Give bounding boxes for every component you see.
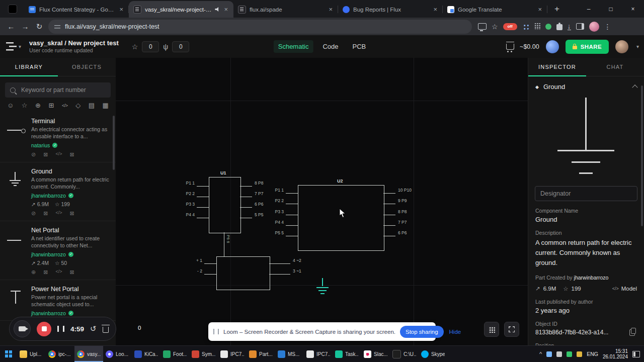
browser-app-icon[interactable] — [8, 5, 17, 14]
taskbar-item-part[interactable]: Part... — [247, 346, 275, 362]
profile-icon[interactable]: ☺ — [7, 102, 14, 109]
tab-google-translate[interactable]: Google Translate × — [443, 1, 547, 18]
taskbar-clock[interactable]: 15:31 26.01.2024 — [603, 348, 628, 360]
fullscreen-button[interactable] — [504, 322, 519, 337]
collaborator-avatar[interactable] — [546, 40, 559, 53]
tray-expand-icon[interactable]: ^ — [539, 351, 542, 357]
taskbar-item-kicad[interactable]: KiCa... — [132, 346, 160, 362]
search-input[interactable] — [20, 86, 106, 94]
taskbar-item-slack[interactable]: Slac... — [361, 346, 390, 362]
tray-app-icon[interactable] — [556, 351, 562, 357]
tray-app-icon[interactable] — [577, 351, 582, 357]
ground-symbol[interactable] — [322, 278, 323, 286]
part-author[interactable]: jharwinbarrozo — [31, 310, 66, 316]
component-u1[interactable] — [209, 177, 241, 233]
tab-library[interactable]: LIBRARY — [0, 58, 58, 76]
forward-button[interactable]: → — [18, 20, 32, 34]
language-label[interactable]: ENG — [587, 351, 598, 357]
site-settings-icon[interactable] — [54, 24, 60, 29]
stop-sharing-button[interactable]: Stop sharing — [400, 326, 444, 338]
selected-part-header[interactable]: ◆ Ground — [528, 76, 644, 95]
modules-icon[interactable]: ⊞ — [49, 102, 54, 109]
taskbar-item-terminal[interactable]: C:\U... — [390, 346, 419, 362]
side-panel-icon[interactable] — [576, 23, 584, 30]
profile-avatar[interactable] — [589, 22, 599, 32]
tray-app-icon[interactable] — [546, 351, 552, 357]
new-tab-button[interactable]: + — [550, 3, 564, 16]
collapse-chevron-icon[interactable] — [632, 84, 637, 90]
taskbar-item-vasy[interactable]: vasy... — [74, 346, 103, 362]
workspace-caret-icon[interactable]: ▾ — [19, 44, 21, 49]
start-button[interactable] — [0, 346, 17, 362]
tab-schematic[interactable]: Schematic — [274, 40, 313, 53]
tab-close-icon[interactable]: × — [223, 6, 229, 13]
notification-center-icon[interactable] — [632, 351, 640, 357]
favorites-star-icon[interactable]: ☆ — [22, 102, 28, 109]
community-icon[interactable]: ⊕ — [35, 102, 41, 109]
window-close-button[interactable]: × — [622, 0, 644, 18]
library-item-power-net-portal[interactable]: Power Net Portal Power net portal is a s… — [0, 280, 116, 321]
cart-icon[interactable] — [506, 44, 514, 50]
extension-off-badge[interactable]: off — [503, 23, 517, 30]
taskbar-item-loom[interactable]: Loo... — [103, 346, 132, 362]
tab-close-icon[interactable]: × — [328, 6, 334, 13]
stop-record-button[interactable] — [37, 322, 51, 336]
tab-close-icon[interactable]: × — [118, 6, 124, 13]
library-item-ground[interactable]: Ground A common return path for electric… — [0, 162, 116, 221]
taskbar-item-ipc7-doc-2[interactable]: IPC7... — [304, 346, 333, 362]
taskbar-item-skype[interactable]: Skype — [419, 346, 447, 362]
package-icon[interactable]: ◇ — [75, 102, 80, 109]
share-button[interactable]: SHARE — [566, 40, 609, 54]
camera-button[interactable] — [14, 320, 31, 337]
taskbar-item-footprint[interactable]: Foot... — [160, 346, 189, 362]
inspector-scrollbar[interactable] — [641, 85, 643, 226]
extension-grid-icon[interactable] — [522, 23, 529, 30]
code-icon[interactable]: </> — [62, 103, 68, 108]
refresh-button[interactable]: ↻ — [32, 20, 46, 34]
extensions-puzzle-icon[interactable] — [556, 24, 562, 30]
pause-button[interactable] — [57, 326, 64, 332]
fork-count[interactable]: 0 — [172, 41, 189, 52]
library-item-terminal[interactable]: Terminal An electrical connector acting … — [0, 112, 116, 162]
tab-flux-content-strategy[interactable]: Flux Content Strategy - Google... × — [24, 1, 129, 18]
part-author[interactable]: jharwinbarrozo — [31, 193, 66, 199]
delete-recording-button[interactable] — [103, 327, 109, 333]
part-author[interactable]: natarius — [31, 142, 50, 148]
templates-icon[interactable]: ▤ — [89, 102, 95, 109]
library-item-net-portal[interactable]: Net Portal A net identifier used to crea… — [0, 221, 116, 280]
copy-icon[interactable] — [629, 329, 635, 336]
address-bar[interactable]: flux.ai/vasy_skral/new-project-test — [48, 20, 472, 34]
star-icon[interactable]: ☆ — [132, 43, 138, 51]
library-scrollbar[interactable] — [113, 116, 115, 170]
maximize-button[interactable]: □ — [600, 0, 622, 18]
designator-input[interactable] — [535, 186, 637, 201]
user-avatar[interactable] — [615, 40, 628, 53]
tab-close-icon[interactable]: × — [432, 6, 438, 13]
fork-icon[interactable]: ψ — [163, 43, 168, 51]
taskbar-item-task[interactable]: Task... — [333, 346, 361, 362]
hide-banner-link[interactable]: Hide — [449, 329, 461, 335]
tab-flux-project[interactable]: vasy_skral/new-project-test × — [129, 1, 233, 18]
star-count[interactable]: 0 — [142, 41, 159, 52]
taskbar-item-uploads[interactable]: Upl... — [17, 346, 46, 362]
user-caret-icon[interactable]: ▾ — [636, 44, 639, 49]
tab-inspector[interactable]: INSPECTOR — [528, 58, 586, 76]
tab-flux-spade[interactable]: flux.ai/spade × — [233, 1, 338, 18]
schematic-canvas[interactable]: U1 P1 1 P2 2 P3 3 P4 4 8 P8 7 P7 6 P6 5 … — [116, 58, 528, 346]
extension-dots-icon[interactable] — [534, 23, 540, 30]
tab-code[interactable]: Code — [318, 40, 343, 53]
tab-objects[interactable]: OBJECTS — [58, 58, 116, 76]
tab-chat[interactable]: CHAT — [586, 58, 644, 76]
tab-pcb[interactable]: PCB — [348, 40, 371, 53]
taskbar-item-ms[interactable]: MS... — [275, 346, 304, 362]
taskbar-item-ipc[interactable]: ipc-... — [46, 346, 74, 362]
component-bridge[interactable] — [216, 256, 270, 290]
tab-bug-reports[interactable]: Bug Reports | Flux × — [338, 1, 443, 18]
download-icon[interactable]: ↓ — [568, 23, 571, 30]
cast-icon[interactable] — [478, 23, 487, 30]
bin-icon[interactable]: ▦ — [103, 102, 109, 109]
flux-logo-icon[interactable] — [6, 42, 17, 52]
part-author[interactable]: jharwinbarrozo — [31, 251, 66, 257]
tab-close-icon[interactable]: × — [537, 6, 543, 13]
minimize-button[interactable]: – — [578, 0, 600, 18]
